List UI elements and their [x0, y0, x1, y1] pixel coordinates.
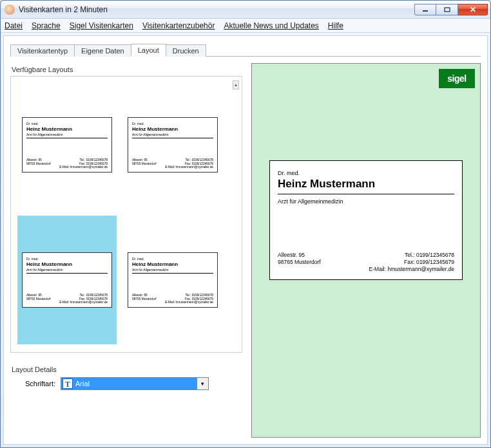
svg-rect-0	[423, 10, 428, 12]
card-subtitle: Arzt für Allgemeinmedizin	[278, 198, 454, 205]
tab-layout[interactable]: Layout	[131, 44, 166, 57]
card-divider	[278, 194, 454, 194]
card-prefix: Dr. med.	[278, 170, 454, 176]
tab-eigene-daten[interactable]: Eigene Daten	[74, 44, 131, 57]
mc-bottom: Alleestr. 9598765 Musterdorf Tel.: 0199/…	[132, 158, 213, 169]
font-label: Schriftart:	[10, 380, 55, 387]
mc-bottom: Alleestr. 9598765 Musterdorf Tel.: 0199/…	[26, 158, 108, 169]
client-area: Visitenkartentyp Eigene Daten Layout Dru…	[3, 35, 488, 445]
font-value: Arial	[75, 380, 197, 387]
chevron-down-icon[interactable]: ▾	[197, 378, 208, 389]
tabstrip: Visitenkartentyp Eigene Daten Layout Dru…	[10, 41, 481, 57]
mc-name: Heinz Mustermann	[26, 126, 108, 132]
layout-thumb: Dr. med. Heinz Mustermann Arzt für Allge…	[22, 252, 112, 308]
mc-prefix: Dr. med.	[132, 257, 213, 261]
mc-bottom: Alleestr. 9598765 Musterdorf Tel.: 0199/…	[132, 294, 213, 304]
menu-sprache[interactable]: Sprache	[32, 21, 61, 30]
tab-visitenkartentyp[interactable]: Visitenkartentyp	[10, 44, 75, 57]
layout-option-4[interactable]: Dr. med. Heinz Mustermann Arzt für Allge…	[123, 216, 222, 344]
mc-sub: Arzt für Allgemeinmedizin	[132, 133, 213, 136]
maximize-icon	[444, 7, 450, 12]
mc-prefix: Dr. med.	[26, 122, 108, 126]
mc-name: Heinz Mustermann	[132, 126, 213, 132]
card-divider	[132, 138, 213, 138]
tab-drucken[interactable]: Drucken	[166, 44, 206, 57]
mc-prefix: Dr. med.	[26, 257, 108, 261]
scroll-up-icon[interactable]: ▴	[233, 80, 239, 89]
close-button[interactable]: ✕	[458, 4, 488, 15]
card-divider	[26, 138, 108, 138]
card-address: Alleestr. 95 98765 Musterdorf	[278, 252, 321, 273]
card-name: Heinz Mustermann	[278, 178, 454, 191]
brand-label: sigel	[447, 73, 466, 84]
minimize-button[interactable]	[414, 4, 436, 15]
mc-sub: Arzt für Allgemeinmedizin	[132, 268, 213, 272]
mc-name: Heinz Mustermann	[132, 261, 213, 267]
layouts-label: Verfügbare Layouts	[12, 66, 242, 73]
layout-thumb: Dr. med. Heinz Mustermann Arzt für Allge…	[128, 252, 218, 308]
mc-sub: Arzt für Allgemeinmedizin	[26, 268, 108, 272]
mc-prefix: Dr. med.	[132, 122, 213, 126]
preview-pane: sigel Dr. med. Heinz Mustermann Arzt für…	[251, 63, 481, 438]
brand-logo: sigel	[439, 69, 475, 88]
layout-option-3[interactable]: Dr. med. Heinz Mustermann Arzt für Allge…	[17, 216, 117, 344]
card-contact: Tel.: 0199/12345678 Fax: 0199/12345679 E…	[369, 252, 454, 273]
left-pane: Verfügbare Layouts ▴ Dr. med. Heinz Must…	[10, 63, 242, 438]
card-bottom: Alleestr. 95 98765 Musterdorf Tel.: 0199…	[278, 252, 454, 273]
mc-name: Heinz Mustermann	[26, 261, 108, 267]
window-controls: ✕	[414, 4, 488, 15]
card-divider	[26, 273, 108, 274]
font-row: Schriftart: T Arial ▾	[10, 377, 242, 390]
content-area: Verfügbare Layouts ▴ Dr. med. Heinz Must…	[10, 63, 481, 438]
menubar: Datei Sprache Sigel Visitenkarten Visite…	[1, 19, 490, 33]
card-preview: Dr. med. Heinz Mustermann Arzt für Allge…	[269, 160, 463, 280]
close-icon: ✕	[470, 5, 476, 14]
font-combobox[interactable]: T Arial ▾	[61, 377, 209, 390]
window-title: Visitenkarten in 2 Minuten	[19, 5, 414, 14]
app-window: Visitenkarten in 2 Minuten ✕ Datei Sprac…	[0, 0, 491, 448]
menu-sigel-visitenkarten[interactable]: Sigel Visitenkarten	[70, 21, 133, 30]
minimize-icon	[422, 7, 428, 12]
card-divider	[132, 273, 213, 274]
menu-news[interactable]: Aktuelle News und Updates	[224, 21, 318, 30]
layout-details: Layout Details Schriftart: T Arial ▾	[10, 363, 242, 390]
menu-zubehoer[interactable]: Visitenkartenzubehör	[142, 21, 215, 30]
layout-option-1[interactable]: Dr. med. Heinz Mustermann Arzt für Allge…	[17, 80, 117, 209]
app-icon	[5, 5, 15, 15]
layout-list[interactable]: ▴ Dr. med. Heinz Mustermann Arzt für All…	[10, 76, 242, 353]
layout-grid: Dr. med. Heinz Mustermann Arzt für Allge…	[17, 80, 229, 344]
layout-thumb: Dr. med. Heinz Mustermann Arzt für Allge…	[22, 117, 112, 173]
mc-bottom: Alleestr. 9598765 Musterdorf Tel.: 0199/…	[26, 294, 108, 304]
layout-option-2[interactable]: Dr. med. Heinz Mustermann Arzt für Allge…	[123, 80, 222, 209]
menu-datei[interactable]: Datei	[5, 21, 23, 30]
mc-sub: Arzt für Allgemeinmedizin	[26, 133, 108, 136]
maximize-button[interactable]	[436, 4, 458, 15]
layout-thumb: Dr. med. Heinz Mustermann Arzt für Allge…	[128, 117, 218, 173]
details-label: Layout Details	[12, 366, 242, 373]
font-glyph-icon: T	[63, 378, 73, 389]
menu-hilfe[interactable]: Hilfe	[328, 21, 343, 30]
svg-rect-1	[445, 8, 450, 12]
titlebar[interactable]: Visitenkarten in 2 Minuten ✕	[1, 1, 490, 19]
